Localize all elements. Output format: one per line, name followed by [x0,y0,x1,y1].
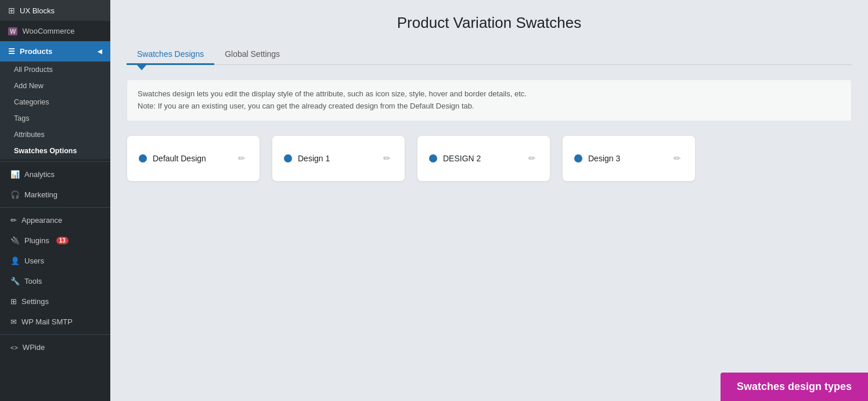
edit-icon-3[interactable]: ✏ [671,151,683,166]
tabs-bar: Swatches Designs Global Settings [127,44,852,65]
plugins-badge: 13 [56,237,69,244]
sidebar-item-plugins[interactable]: 🔌 Plugins 13 [0,230,110,251]
sidebar-item-products[interactable]: ☰ Products ◀ [0,41,110,62]
sidebar-item-analytics[interactable]: 📊 Analytics [0,164,110,185]
page-title: Product Variation Swatches [127,14,852,32]
design-name-1: Design 1 [298,154,330,163]
sidebar-item-tags[interactable]: Tags [0,110,110,127]
designs-grid: Default Design ✏ Design 1 ✏ DESIGN 2 ✏ D… [127,135,852,182]
products-chevron-icon: ◀ [98,48,102,55]
users-icon: 👤 [10,257,20,265]
sidebar-item-users[interactable]: 👤 Users [0,251,110,271]
wpide-icon: <> [10,344,18,351]
sidebar-item-add-new[interactable]: Add New [0,78,110,94]
sidebar-item-wpide[interactable]: <> WPide [0,337,110,357]
sidebar-label-tools: Tools [24,277,42,286]
sidebar-item-swatches-options[interactable]: Swatches Options [0,143,110,159]
sidebar-label-users: Users [24,257,44,265]
main-content: Product Variation Swatches Swatches Desi… [110,0,868,401]
design-dot-default [139,154,147,162]
info-box: Swatches design lets you edit the displa… [127,80,852,121]
sidebar-label-plugins: Plugins [24,236,49,245]
sidebar-item-marketing[interactable]: 🎧 Marketing [0,185,110,205]
tools-icon: 🔧 [10,277,20,286]
tab-global-settings[interactable]: Global Settings [214,44,290,65]
sidebar-item-all-products[interactable]: All Products [0,62,110,78]
design-dot-2 [429,154,437,162]
info-line-1: Swatches design lets you edit the displa… [138,88,841,100]
sidebar-sub-menu-products: All Products Add New Categories Tags Att… [0,62,110,159]
settings-icon: ⊞ [10,297,17,306]
divider-1 [0,161,110,162]
marketing-icon: 🎧 [10,190,20,199]
bottom-banner-label: Swatches design types [737,381,852,392]
appearance-icon: ✏ [10,216,17,225]
divider-2 [0,207,110,208]
edit-icon-1[interactable]: ✏ [381,151,393,166]
sidebar-label-wp-mail-smtp: WP Mail SMTP [21,317,73,326]
analytics-icon: 📊 [10,170,20,179]
sidebar-item-attributes[interactable]: Attributes [0,127,110,143]
sidebar-label-products: Products [20,47,52,56]
design-card-2[interactable]: DESIGN 2 ✏ [417,135,550,182]
products-icon: ☰ [8,47,15,56]
sidebar-label-appearance: Appearance [21,216,62,225]
edit-icon-2[interactable]: ✏ [526,151,538,166]
tab-swatches-designs[interactable]: Swatches Designs [127,44,214,65]
design-dot-1 [284,154,292,162]
design-name-default: Default Design [153,154,206,163]
woocommerce-icon: W [8,27,17,35]
design-card-3[interactable]: Design 3 ✏ [562,135,696,182]
design-dot-3 [574,154,582,162]
sidebar-label-analytics: Analytics [24,170,55,179]
ux-blocks-icon: ⊞ [8,6,15,15]
sidebar-item-ux-blocks[interactable]: ⊞ UX Blocks [0,0,110,21]
sidebar: ⊞ UX Blocks W WooCommerce ☰ Products ◀ A… [0,0,110,401]
sidebar-label-ux-blocks: UX Blocks [20,6,55,15]
sidebar-item-tools[interactable]: 🔧 Tools [0,271,110,291]
design-name-2: DESIGN 2 [443,154,481,163]
info-line-2: Note: If you are an existing user, you c… [138,100,841,113]
plugins-icon: 🔌 [10,236,20,245]
edit-icon-default[interactable]: ✏ [236,151,248,166]
wp-mail-smtp-icon: ✉ [10,317,17,326]
divider-3 [0,334,110,335]
design-card-default[interactable]: Default Design ✏ [127,135,260,182]
tab-active-indicator [137,65,146,70]
sidebar-item-settings[interactable]: ⊞ Settings [0,291,110,312]
sidebar-label-marketing: Marketing [24,190,57,199]
sidebar-label-wpide: WPide [23,343,45,352]
design-card-1[interactable]: Design 1 ✏ [272,135,405,182]
sidebar-item-wp-mail-smtp[interactable]: ✉ WP Mail SMTP [0,312,110,332]
sidebar-label-settings: Settings [21,297,49,306]
sidebar-item-woocommerce[interactable]: W WooCommerce [0,21,110,41]
sidebar-label-woocommerce: WooCommerce [22,27,74,35]
design-name-3: Design 3 [588,154,620,163]
sidebar-products-section: ☰ Products ◀ All Products Add New Catego… [0,41,110,159]
bottom-banner[interactable]: Swatches design types [721,373,868,401]
sidebar-item-appearance[interactable]: ✏ Appearance [0,210,110,230]
sidebar-item-categories[interactable]: Categories [0,94,110,110]
